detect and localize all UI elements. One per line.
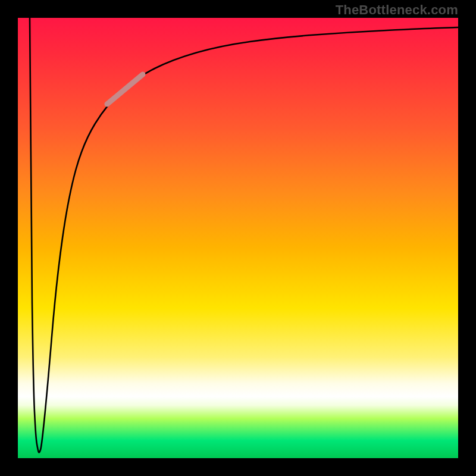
main-curve [30,18,458,453]
curve-svg [18,18,458,458]
highlight-segment [107,74,143,104]
chart-frame: TheBottleneck.com [0,0,476,476]
plot-area [18,18,458,458]
watermark-text: TheBottleneck.com [336,2,458,18]
